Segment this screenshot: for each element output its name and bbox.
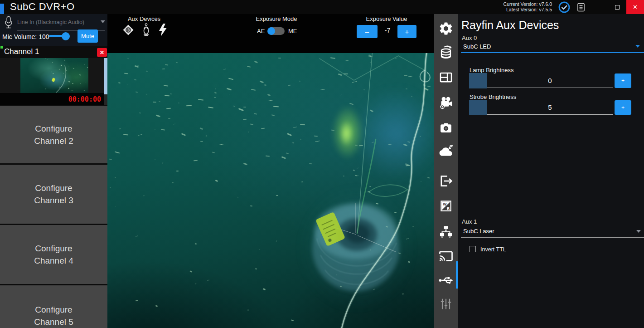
version-info: Current Version: v7.6.0 Latest Version: … — [504, 2, 552, 12]
close-button[interactable]: ✕ — [626, 0, 644, 14]
camera-top-bar: Aux Devices Exposure Mode AE ME Exposure… — [107, 14, 434, 53]
network-tree-icon — [438, 224, 454, 240]
update-check-icon[interactable] — [558, 1, 570, 15]
audio-device-select[interactable]: Line In (Blackmagic Audio) — [17, 19, 84, 25]
aux0-device-select[interactable]: SubC LED — [463, 43, 491, 50]
thumb-snow — [20, 58, 88, 93]
exposure-increase-button[interactable]: + — [397, 25, 416, 38]
exposure-value: -7 — [378, 27, 397, 34]
exposure-decrease-button[interactable]: – — [357, 25, 378, 38]
lamp-brightness-label: Lamp Brightness — [470, 67, 514, 73]
aux-devices-panel: Rayfin Aux Devices Aux 0 SubC LED Lamp B… — [458, 14, 644, 328]
channel1-header: Channel 1 ✕ — [0, 46, 107, 58]
sidebar-item-usb-devices[interactable] — [434, 270, 458, 290]
titlebar: SubC DVR+O Current Version: v7.6.0 Lates… — [0, 0, 644, 14]
timecode: 00:00:00 — [68, 95, 101, 103]
panel-title: Rayfin Aux Devices — [461, 19, 559, 32]
channel1-video-thumbnail[interactable] — [20, 58, 88, 93]
chevron-down-icon — [636, 230, 641, 233]
configure-channel-3[interactable]: Configure Channel 3 — [0, 165, 107, 224]
scrollbar-thumb[interactable] — [104, 58, 107, 94]
aux1-device-select[interactable]: SubC Laser — [463, 228, 494, 235]
lamp-brightness-decrease-button[interactable] — [469, 73, 487, 88]
wb-icon: WB — [439, 199, 453, 213]
channel-scrollbar[interactable] — [104, 58, 107, 105]
marine-snow — [107, 53, 434, 328]
app-title: SubC DVR+O — [10, 1, 75, 13]
accent-strip — [0, 4, 4, 14]
exposure-mode-toggle[interactable] — [268, 27, 285, 35]
channel-list: Channel 1 ✕ 00:00:00 Configure Channel 2… — [0, 46, 107, 328]
aux1-select-underline — [461, 237, 644, 238]
sidebar-item-storage[interactable] — [434, 42, 458, 62]
database-restore-icon — [438, 44, 454, 60]
sidebar: WB — [434, 14, 458, 328]
maximize-button[interactable] — [609, 0, 625, 14]
aux-devices-label: Aux Devices — [117, 15, 171, 22]
lamp-icon[interactable] — [142, 23, 150, 39]
usb-icon — [438, 272, 454, 289]
configure-channel-5[interactable]: Configure Channel 5 — [0, 285, 107, 328]
channel1-title: Channel 1 — [4, 47, 39, 56]
sidebar-item-screen-cast[interactable] — [434, 246, 458, 266]
video-feed — [107, 53, 434, 328]
cloud-signal-icon — [438, 143, 454, 159]
exposure-mode-label: Exposure Mode — [249, 15, 304, 22]
strobe-brightness-increase-button[interactable]: + — [615, 100, 631, 115]
aux1-label: Aux 1 — [462, 218, 477, 225]
exposure-me-label: ME — [288, 28, 297, 34]
latest-version: Latest Version: v7.5.5 — [504, 7, 552, 13]
current-version: Current Version: v7.6.0 — [504, 2, 552, 7]
chevron-down-icon — [635, 45, 640, 48]
toggle-knob — [267, 27, 275, 35]
photo-camera-icon — [438, 120, 454, 136]
app-window: SubC DVR+O Current Version: v7.6.0 Lates… — [0, 0, 644, 328]
panels-icon — [438, 70, 454, 85]
channel1-close-button[interactable]: ✕ — [97, 48, 107, 57]
sidebar-item-stills-camera[interactable] — [434, 118, 458, 138]
invert-ttl-checkbox[interactable] — [470, 246, 476, 252]
mic-volume-label: Mic Volume: 100 — [2, 33, 49, 40]
sidebar-item-cloud[interactable] — [434, 141, 458, 161]
sidebar-item-video-settings[interactable] — [434, 93, 458, 113]
lamp-brightness-increase-button[interactable]: + — [615, 73, 631, 88]
strobe-brightness-label: Strobe Brightness — [470, 93, 516, 100]
recording-dot — [0, 46, 3, 49]
cast-icon — [438, 248, 454, 264]
export-arrow-icon — [438, 173, 454, 189]
maximize-icon — [615, 5, 620, 10]
sidebar-item-export[interactable] — [434, 171, 458, 191]
aux0-select-underline — [461, 52, 644, 53]
microphone-icon — [4, 16, 13, 31]
sidebar-item-settings[interactable] — [434, 19, 458, 39]
audio-panel: Line In (Blackmagic Audio) Mic Volume: 1… — [0, 14, 107, 46]
lamp-brightness-value[interactable]: 0 — [487, 73, 613, 88]
strobe-bolt-icon[interactable] — [158, 23, 168, 39]
minimize-icon — [599, 7, 604, 8]
invert-ttl-label: Invert TTL — [480, 246, 506, 253]
strobe-brightness-value[interactable]: 5 — [487, 100, 613, 115]
release-notes-icon[interactable] — [576, 2, 586, 14]
sidebar-item-white-balance[interactable]: WB — [434, 196, 458, 216]
aux0-label: Aux 0 — [462, 34, 477, 41]
mic-volume-knob[interactable] — [62, 32, 70, 40]
chevron-down-icon — [101, 20, 105, 23]
gear-icon — [438, 21, 454, 36]
movie-camera-gear-icon — [438, 94, 454, 111]
laser-diamond-icon[interactable] — [122, 24, 134, 38]
sliders-icon — [439, 297, 453, 311]
configure-channel-4[interactable]: Configure Channel 4 — [0, 225, 107, 284]
sidebar-item-network[interactable] — [434, 222, 458, 242]
svg-text:W: W — [443, 202, 447, 206]
sidebar-item-adjustments[interactable] — [434, 294, 458, 314]
sidebar-item-layout[interactable] — [434, 68, 458, 88]
exposure-value-label: Exposure Value — [359, 15, 414, 22]
timecode-strip: 00:00:00 — [0, 93, 104, 105]
configure-channel-2[interactable]: Configure Channel 2 — [0, 106, 107, 163]
minimize-button[interactable] — [593, 0, 609, 14]
svg-text:B: B — [447, 206, 450, 211]
exposure-ae-label: AE — [257, 28, 265, 34]
strobe-brightness-decrease-button[interactable] — [469, 100, 487, 115]
mute-button[interactable]: Mute — [77, 29, 98, 43]
